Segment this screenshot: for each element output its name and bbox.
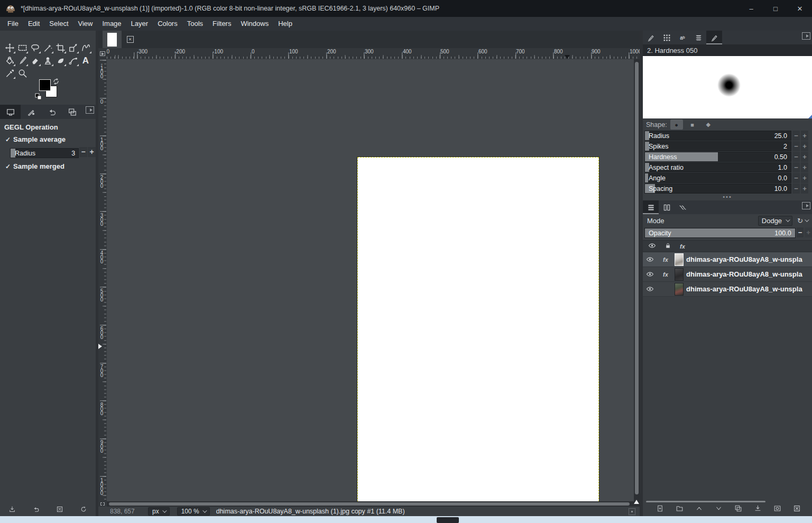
tab-layers[interactable] [643,200,659,214]
horizontal-ruler[interactable]: -400-300-200-100010020030040050060070080… [107,48,640,59]
color-picker-tool[interactable] [3,67,16,79]
layers-horizontal-scrollbar[interactable] [646,501,765,502]
lock-button[interactable] [665,242,671,251]
visibility-header-button[interactable] [648,242,656,251]
image-tab-active[interactable] [103,31,122,48]
brush-angle-slider[interactable]: Angle 0.0 [644,173,791,183]
tab-brushes[interactable] [643,31,659,44]
tab-fonts[interactable]: aᵇ [675,31,690,44]
layer-visibility-toggle[interactable] [643,256,657,263]
vertical-scrollbar[interactable] [634,59,640,501]
smudge-tool[interactable] [54,54,67,67]
increment-button[interactable]: + [801,162,808,172]
menu-item[interactable]: View [73,17,98,31]
brush-spikes-slider[interactable]: Spikes 2 [644,141,791,151]
resize-grip-icon[interactable] [808,115,812,118]
menu-item[interactable]: Tools [182,17,208,31]
close-button[interactable]: ✕ [788,0,812,17]
zoom-tool[interactable] [16,67,29,79]
swap-colors-icon[interactable] [53,77,59,87]
opacity-increment-button[interactable]: + [805,227,812,237]
unit-select[interactable]: px [148,507,170,516]
quick-mask-toggle[interactable] [98,501,107,507]
layer-fx-badge[interactable]: fx [657,256,675,263]
dockable-menu-button[interactable] [86,106,94,114]
new-layer-group-button[interactable] [676,504,684,515]
opacity-decrement-button[interactable]: − [797,227,804,237]
tab-tool-options[interactable] [0,105,21,119]
mode-switch-button[interactable]: ↻ [795,216,810,226]
minimize-button[interactable]: – [739,0,763,17]
save-tool-preset-button[interactable] [8,506,16,515]
add-layer-mask-button[interactable] [773,504,781,515]
unified-transform-tool[interactable] [67,41,79,54]
maximize-button[interactable]: □ [763,0,788,17]
brush-aspect-ratio-slider[interactable]: Aspect ratio 1.0 [644,162,791,172]
menu-item[interactable]: Colors [153,17,182,31]
increment-button[interactable]: + [801,152,808,162]
free-select-tool[interactable] [29,41,41,54]
tab-undo-history[interactable] [41,105,62,119]
brush-hardness-slider[interactable]: Hardness 0.50 [644,152,791,162]
decrement-button[interactable]: − [792,141,800,151]
zoom-select[interactable]: 100 % [177,507,210,516]
tab-gradients[interactable] [690,31,706,44]
layer-fx-badge[interactable]: fx [657,271,675,278]
canvas-viewport[interactable] [107,59,634,501]
layer-thumbnail[interactable] [675,268,684,281]
layer-name[interactable]: dhimas-arya-ROuU8ayA8_w-unspla [686,255,802,263]
tab-device-status[interactable] [21,105,41,119]
menu-item[interactable]: Help [273,17,297,31]
layer-row[interactable]: dhimas-arya-ROuU8ayA8_w-unspla [643,282,812,297]
menu-item[interactable]: Layer [126,17,153,31]
layer-row[interactable]: fx dhimas-arya-ROuU8ayA8_w-unspla [643,267,812,282]
text-tool[interactable]: A [79,54,92,67]
navigation-button[interactable] [629,508,635,515]
clone-tool[interactable] [41,54,54,67]
decrement-button[interactable]: − [792,173,800,183]
canvas[interactable] [357,157,599,520]
fx-header-button[interactable]: fx [680,243,685,250]
tab-paths[interactable] [675,200,690,214]
crop-tool[interactable] [54,41,67,54]
raise-layer-button[interactable] [695,504,703,515]
shape-square-button[interactable]: ■ [686,120,699,130]
menu-item[interactable]: File [3,17,23,31]
layer-name[interactable]: dhimas-arya-ROuU8ayA8_w-unspla [686,270,802,278]
layer-thumbnail[interactable] [675,283,684,296]
brush-radius-slider[interactable]: Radius 25.0 [644,131,791,141]
lower-layer-button[interactable] [715,504,723,515]
fuzzy-select-tool[interactable] [41,41,54,54]
tab-images[interactable] [62,105,82,119]
tab-patterns[interactable] [659,31,675,44]
layer-thumbnail[interactable] [675,253,684,266]
tab-brush-editor[interactable] [706,31,722,44]
menu-item[interactable]: Filters [208,17,236,31]
vertical-ruler[interactable]: -100010020030040050060070080090010001100 [98,59,107,501]
panel-expander[interactable]: ••• [643,194,812,200]
shape-diamond-button[interactable]: ◆ [702,120,715,130]
bucket-fill-tool[interactable] [3,54,16,67]
paths-tool[interactable] [67,54,79,67]
move-tool[interactable] [3,41,16,54]
decrement-button[interactable]: − [792,162,800,172]
layer-visibility-toggle[interactable] [643,271,657,278]
menu-item[interactable]: Image [97,17,126,31]
warp-transform-tool[interactable] [79,41,92,54]
menu-item[interactable]: Edit [23,17,44,31]
reset-tool-options-button[interactable] [79,506,88,515]
increment-button[interactable]: + [801,183,808,194]
decrement-button[interactable]: − [792,183,800,194]
blend-mode-dropdown[interactable]: Dodge [758,216,792,226]
vertical-scrollbar-thumb[interactable] [635,62,639,494]
menu-item[interactable]: Select [44,17,73,31]
sample-merged-checkbox[interactable]: ✓ Sample merged [0,159,96,171]
delete-tool-preset-button[interactable] [56,506,64,515]
radius-decrement-button[interactable]: − [79,147,87,157]
image-tab-close[interactable]: ✕ [122,31,139,48]
new-layer-button[interactable] [656,504,664,515]
dockable-menu-button[interactable] [802,32,810,40]
menu-item[interactable]: Windows [236,17,273,31]
delete-layer-button[interactable] [793,504,801,515]
merge-down-button[interactable] [754,504,762,515]
